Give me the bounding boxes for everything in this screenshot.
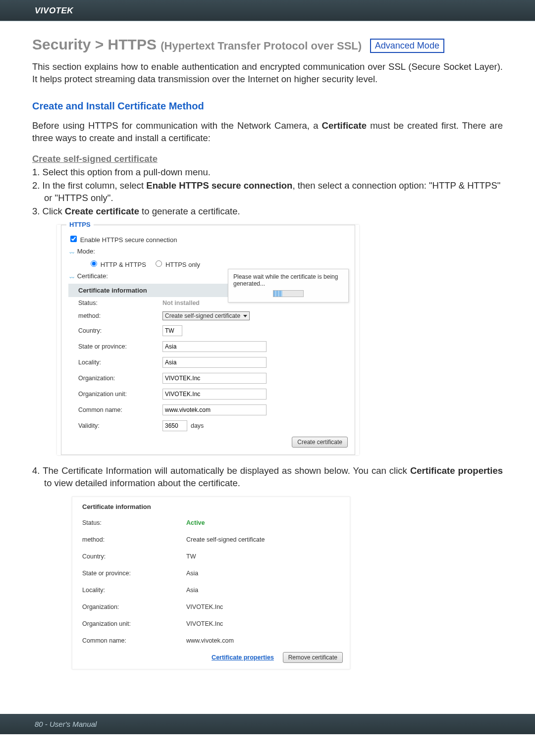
footer-text: 80 - User's Manual <box>35 720 97 728</box>
tooltip-text: Please wait while the certificate is bei… <box>233 273 343 287</box>
create-certificate-button[interactable]: Create certificate <box>292 437 348 448</box>
mode-http-https-label: HTTP & HTTPS <box>101 261 146 268</box>
table-row: Locality: <box>78 354 348 370</box>
certificate-intro: Before using HTTPS for communication wit… <box>32 120 503 145</box>
locality-input[interactable] <box>162 357 267 368</box>
table-row: method: Create self-signed certificate <box>78 309 348 323</box>
table-row: State or province:Asia <box>72 565 350 582</box>
mode-https-only-radio[interactable] <box>156 260 162 267</box>
page-header: VIVOTEK <box>0 0 535 21</box>
status-value: Not installed <box>162 300 200 306</box>
validity-input[interactable] <box>162 420 187 431</box>
country-input[interactable] <box>162 325 182 336</box>
certificate-label: Certificate: <box>77 272 108 280</box>
remove-certificate-button[interactable]: Remove certificate <box>283 652 343 663</box>
table-row: Validity: days <box>78 418 348 434</box>
cert-info-result-panel: Certificate information Status:Active me… <box>72 497 350 669</box>
https-fieldset: HTTPS Enable HTTPS secure connection ⌄⌄ … <box>61 225 355 455</box>
intro-paragraph: This section explains how to enable auth… <box>32 61 503 86</box>
page-content: Security > HTTPS (Hypertext Transfer Pro… <box>0 36 535 699</box>
table-row: Country: <box>78 323 348 339</box>
page-title: Security > HTTPS (Hypertext Transfer Pro… <box>32 36 503 53</box>
title-sub: (Hypertext Transfer Protocol over SSL) <box>160 40 362 52</box>
method-select[interactable]: Create self-signed certificate <box>162 311 250 320</box>
validity-unit: days <box>191 422 204 429</box>
page-footer: 80 - User's Manual <box>0 714 535 734</box>
https-legend: HTTPS <box>66 221 94 228</box>
brand-label: VIVOTEK <box>35 6 73 15</box>
table-row: Organization unit:VIVOTEK.Inc <box>72 615 350 632</box>
enable-row: Enable HTTPS secure connection <box>68 234 348 244</box>
cert-info-result-header: Certificate information <box>72 497 350 514</box>
chevron-down-icon: ⌄⌄ <box>68 273 75 280</box>
step-4: 4. The Certificate Information will auto… <box>32 465 503 490</box>
organization-unit-input[interactable] <box>162 389 267 400</box>
enable-https-checkbox[interactable] <box>70 236 77 242</box>
advanced-mode-badge: Advanced Mode <box>370 39 444 53</box>
step-3: 3. Click Create certificate to generate … <box>32 205 503 218</box>
mode-http-https-radio[interactable] <box>91 260 97 267</box>
certificate-properties-link[interactable]: Certificate properties <box>212 654 274 661</box>
title-main: Security > HTTPS <box>32 36 160 52</box>
table-row: Locality:Asia <box>72 582 350 599</box>
header-separator <box>0 21 535 21</box>
https-settings-panel: HTTPS Enable HTTPS secure connection ⌄⌄ … <box>57 225 359 455</box>
step-2: 2. In the first column, select Enable HT… <box>32 180 503 204</box>
table-row: Organization unit: <box>78 386 348 402</box>
mode-options: HTTP & HTTPS HTTPS only <box>88 259 348 268</box>
table-row: Organization:VIVOTEK.Inc <box>72 599 350 615</box>
mode-label: Mode: <box>77 248 95 255</box>
common-name-input[interactable] <box>162 404 267 415</box>
table-row: Status:Active <box>72 514 350 531</box>
self-signed-heading: Create self-signed certificate <box>32 153 503 164</box>
status-active: Active <box>186 519 205 526</box>
cert-info-table: Status: Not installed method: Create sel… <box>78 297 348 448</box>
mode-row: ⌄⌄ Mode: <box>68 248 348 255</box>
section-heading: Create and Install Certificate Method <box>32 101 503 112</box>
table-row: State or province: <box>78 339 348 354</box>
mode-https-only-label: HTTPS only <box>165 261 200 268</box>
table-row: Country:TW <box>72 548 350 565</box>
table-row: method:Create self-signed certificate <box>72 531 350 548</box>
table-row: Common name: <box>78 402 348 418</box>
step-1: 1. Select this option from a pull-down m… <box>32 166 503 179</box>
organization-input[interactable] <box>162 373 267 384</box>
table-row: Organization: <box>78 370 348 386</box>
progress-bar <box>273 290 304 297</box>
enable-https-label: Enable HTTPS secure connection <box>80 236 177 244</box>
generating-tooltip: Please wait while the certificate is bei… <box>228 269 349 302</box>
chevron-down-icon: ⌄⌄ <box>68 249 75 255</box>
table-row: Common name:www.vivotek.com <box>72 632 350 649</box>
state-input[interactable] <box>162 341 267 352</box>
